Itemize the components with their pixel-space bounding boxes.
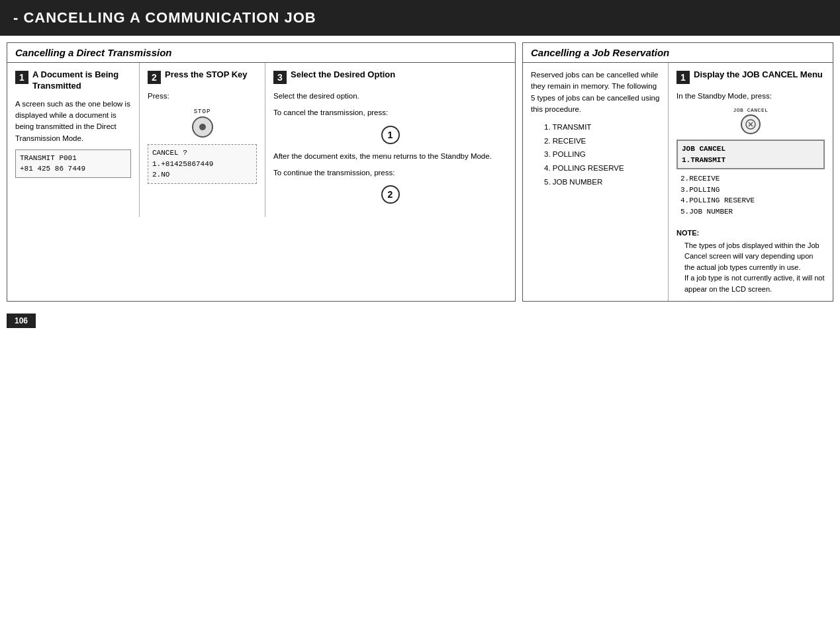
stop-key-label: STOP <box>194 108 211 115</box>
list-item-3: 3. POLLING <box>544 147 660 161</box>
step3-body1: Select the desired option. <box>273 91 507 102</box>
step3-num: 3 <box>273 71 287 84</box>
cancel-lcd-line2: 1.+81425867449 <box>152 160 213 168</box>
job-cancel-icon <box>741 114 761 134</box>
circle-btn-2: 2 <box>381 185 400 204</box>
step1-title: A Document is Being Transmitted <box>32 69 131 92</box>
page-header-title: - CANCELLING A COMMUNICATION JOB <box>13 9 316 26</box>
direct-transmission-title: Cancelling a Direct Transmission <box>7 43 515 63</box>
stop-key-container: STOP <box>148 108 257 138</box>
cancel-lcd-line1: CANCEL ? <box>152 149 187 157</box>
page-footer: 106 <box>0 308 840 333</box>
list-item-4: 4. POLLING RESERVE <box>544 161 660 175</box>
step2-cancel-lcd: CANCEL ? 1.+81425867449 2.NO <box>148 144 257 184</box>
step1-lcd: TRANSMIT P001 +81 425 86 7449 <box>15 149 131 178</box>
list-item-2: 2. RECEIVE <box>544 134 660 148</box>
step3-body4: To continue the transmission, press: <box>273 167 507 179</box>
main-content: Cancelling a Direct Transmission 1 A Doc… <box>0 36 840 308</box>
right-step1-title: Display the JOB CANCEL Menu <box>694 69 823 81</box>
circle-btn-1: 1 <box>381 126 400 144</box>
step1-body: A screen such as the one below is displa… <box>15 99 131 144</box>
page-number: 106 <box>7 314 36 328</box>
step2-header: 2 Press the STOP Key <box>148 69 257 84</box>
direct-transmission-section: Cancelling a Direct Transmission 1 A Doc… <box>7 42 516 302</box>
job-reservation-inner: Reserved jobs can be cancelled while the… <box>523 63 833 301</box>
job-reservation-section: Cancelling a Job Reservation Reserved jo… <box>522 42 833 302</box>
step3-body2: To cancel the transmission, press: <box>273 107 507 118</box>
list-item-5: 5. JOB NUMBER <box>544 175 660 189</box>
step3-header: 3 Select the Desired Option <box>273 69 507 84</box>
step3-title: Select the Desired Option <box>291 69 395 81</box>
note-title: NOTE: <box>677 228 825 239</box>
cancel-lcd-line3: 2.NO <box>152 171 169 179</box>
job-cancel-svg <box>745 119 756 130</box>
job-cancel-lcd-extra: 2.RECEIVE3.POLLING4.POLLING RESERVE5.JOB… <box>677 172 825 218</box>
right-step1-header: 1 Display the JOB CANCEL Menu <box>677 69 825 84</box>
col-select-option: 3 Select the Desired Option Select the d… <box>265 63 515 217</box>
job-cancel-icon-container: JOB CANCEL <box>677 107 825 134</box>
job-type-list: 1. TRANSMIT 2. RECEIVE 3. POLLING 4. POL… <box>544 120 660 189</box>
col-press-stop: 2 Press the STOP Key Press: STOP CANCEL … <box>140 63 265 217</box>
note-text: The types of jobs displayed within the J… <box>684 240 825 295</box>
page-header: - CANCELLING A COMMUNICATION JOB <box>0 0 840 36</box>
step2-press-label: Press: <box>148 91 257 102</box>
step3-body3: After the document exits, the menu retur… <box>273 151 507 162</box>
step2-title: Press the STOP Key <box>165 69 248 81</box>
job-cancel-icon-label: JOB CANCEL <box>733 107 768 113</box>
note-block: NOTE: The types of jobs displayed within… <box>677 228 825 294</box>
job-reservation-title: Cancelling a Job Reservation <box>523 43 833 63</box>
job-reservation-body: Reserved jobs can be cancelled while the… <box>531 69 660 115</box>
col-document-transmitted: 1 A Document is Being Transmitted A scre… <box>7 63 140 217</box>
step1-lcd-line1: TRANSMIT P001 <box>20 154 77 162</box>
job-cancel-lcd-highlight: JOB CANCEL1.TRANSMIT <box>677 140 825 169</box>
stop-key-icon <box>192 116 213 138</box>
job-reservation-steps: 1 Display the JOB CANCEL Menu In the Sta… <box>669 63 833 301</box>
direct-transmission-inner: 1 A Document is Being Transmitted A scre… <box>7 63 515 217</box>
job-reservation-desc: Reserved jobs can be cancelled while the… <box>523 63 669 301</box>
standby-text: In the Standby Mode, press: <box>677 91 825 102</box>
right-step1-num: 1 <box>677 71 690 84</box>
step2-num: 2 <box>148 71 161 84</box>
step1-num: 1 <box>15 71 28 84</box>
list-item-1: 1. TRANSMIT <box>544 120 660 134</box>
step1-header: 1 A Document is Being Transmitted <box>15 69 131 92</box>
step1-lcd-line2: +81 425 86 7449 <box>20 165 85 173</box>
